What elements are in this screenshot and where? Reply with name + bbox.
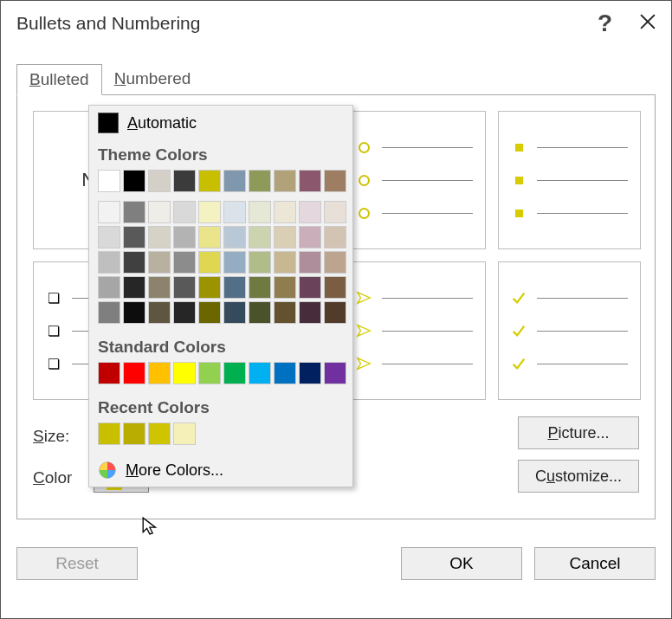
color-swatch[interactable] (299, 170, 321, 192)
color-swatch[interactable] (324, 170, 346, 192)
picture-button[interactable]: Picture... (518, 416, 639, 449)
color-swatch[interactable] (249, 226, 271, 248)
theme-colors-heading: Theme Colors (89, 140, 352, 166)
color-swatch[interactable] (198, 251, 221, 274)
theme-shades-grid (89, 201, 352, 332)
color-swatch[interactable] (274, 301, 296, 324)
color-swatch[interactable] (324, 362, 346, 384)
color-swatch[interactable] (123, 251, 145, 274)
color-swatch[interactable] (148, 422, 171, 445)
color-swatch[interactable] (249, 170, 271, 192)
color-swatch[interactable] (249, 251, 271, 274)
color-swatch[interactable] (98, 362, 120, 384)
color-swatch[interactable] (274, 226, 296, 248)
color-swatch[interactable] (198, 226, 221, 248)
color-swatch[interactable] (123, 276, 145, 299)
color-swatch[interactable] (324, 251, 346, 274)
color-swatch[interactable] (148, 301, 171, 324)
color-swatch[interactable] (223, 226, 246, 248)
recent-color-row (89, 419, 352, 454)
black-swatch-icon (98, 113, 119, 133)
color-swatch[interactable] (173, 276, 196, 299)
color-swatch[interactable] (223, 170, 246, 192)
color-swatch[interactable] (249, 201, 271, 223)
color-swatch[interactable] (198, 170, 221, 192)
color-swatch[interactable] (98, 201, 120, 223)
more-colors-item[interactable]: More Colors... (89, 454, 352, 487)
color-swatch[interactable] (173, 362, 196, 384)
bullet-tile-square[interactable] (498, 111, 641, 249)
color-wheel-icon (98, 461, 117, 480)
color-swatch[interactable] (274, 362, 296, 384)
color-swatch[interactable] (274, 276, 296, 299)
color-swatch[interactable] (123, 362, 145, 384)
color-swatch[interactable] (123, 301, 145, 324)
size-label: Size: (33, 427, 94, 446)
color-swatch[interactable] (98, 251, 120, 274)
color-swatch[interactable] (299, 251, 321, 274)
color-swatch[interactable] (148, 201, 171, 223)
bullet-tile-hollow-circle[interactable] (343, 111, 486, 249)
ok-button[interactable]: OK (401, 547, 522, 580)
color-swatch[interactable] (274, 251, 296, 274)
customize-button[interactable]: Customize... (518, 460, 639, 493)
recent-colors-heading: Recent Colors (89, 393, 352, 419)
color-swatch[interactable] (173, 201, 196, 223)
bullet-tile-check[interactable] (498, 261, 641, 400)
color-swatch[interactable] (299, 201, 321, 223)
help-icon[interactable]: ? (598, 10, 612, 37)
color-swatch[interactable] (173, 170, 196, 192)
close-icon[interactable] (640, 14, 656, 34)
color-swatch[interactable] (223, 362, 246, 384)
color-swatch[interactable] (173, 422, 196, 445)
color-swatch[interactable] (148, 170, 171, 192)
color-picker-popup: Automatic Theme Colors Standard Colors R… (88, 105, 353, 487)
color-swatch[interactable] (324, 301, 346, 324)
color-swatch[interactable] (324, 276, 346, 299)
color-swatch[interactable] (249, 362, 271, 384)
color-swatch[interactable] (299, 226, 321, 248)
color-swatch[interactable] (148, 251, 171, 274)
color-swatch[interactable] (223, 251, 246, 274)
color-swatch[interactable] (123, 226, 145, 248)
color-swatch[interactable] (123, 201, 145, 223)
color-swatch[interactable] (274, 201, 296, 223)
theme-color-row (89, 166, 352, 201)
color-swatch[interactable] (299, 276, 321, 299)
color-label: Color (33, 468, 94, 487)
color-swatch[interactable] (274, 170, 296, 192)
automatic-color-item[interactable]: Automatic (89, 106, 352, 140)
color-swatch[interactable] (223, 301, 246, 324)
color-swatch[interactable] (198, 201, 221, 223)
color-swatch[interactable] (98, 276, 120, 299)
bullet-tile-arrow[interactable] (343, 261, 486, 400)
color-swatch[interactable] (123, 170, 145, 192)
tab-bulleted[interactable]: Bulleted (16, 64, 102, 95)
color-swatch[interactable] (223, 201, 246, 223)
color-swatch[interactable] (98, 422, 120, 445)
color-swatch[interactable] (198, 301, 221, 324)
tab-numbered[interactable]: Numbered (102, 64, 204, 95)
color-swatch[interactable] (198, 362, 221, 384)
color-swatch[interactable] (98, 170, 120, 192)
standard-colors-heading: Standard Colors (89, 332, 352, 358)
color-swatch[interactable] (324, 226, 346, 248)
color-swatch[interactable] (249, 276, 271, 299)
color-swatch[interactable] (223, 276, 246, 299)
color-swatch[interactable] (299, 362, 321, 384)
standard-color-row (89, 358, 352, 393)
color-swatch[interactable] (173, 251, 196, 274)
color-swatch[interactable] (198, 276, 221, 299)
color-swatch[interactable] (123, 422, 145, 445)
color-swatch[interactable] (299, 301, 321, 324)
color-swatch[interactable] (173, 301, 196, 324)
color-swatch[interactable] (98, 301, 120, 324)
color-swatch[interactable] (173, 226, 196, 248)
cancel-button[interactable]: Cancel (534, 547, 656, 580)
color-swatch[interactable] (98, 226, 120, 248)
color-swatch[interactable] (148, 276, 171, 299)
color-swatch[interactable] (148, 362, 171, 384)
color-swatch[interactable] (148, 226, 171, 248)
color-swatch[interactable] (249, 301, 271, 324)
color-swatch[interactable] (324, 201, 346, 223)
